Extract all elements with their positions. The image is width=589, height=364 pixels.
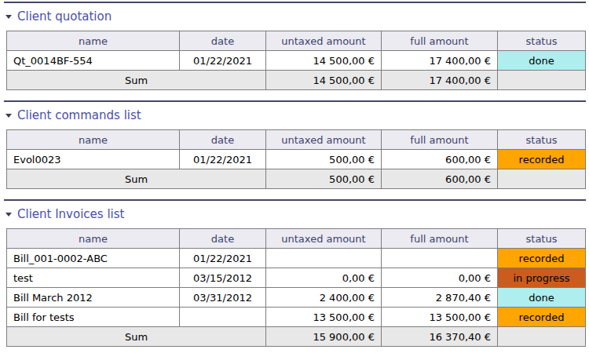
table-row: Bill for tests13 500,00 €13 500,00 €reco… [7, 308, 586, 327]
sum-untaxed-amount: 15 900,00 € [266, 327, 382, 347]
cell-name: Bill_001-0002-ABC [7, 249, 180, 268]
column-header-date: date [180, 31, 266, 51]
cell-date: 01/22/2021 [180, 249, 266, 268]
sum-label: Sum [7, 169, 266, 189]
section-header: Client quotation [5, 9, 586, 24]
header-row: namedateuntaxed amountfull amountstatus [7, 31, 586, 51]
collapse-triangle-icon[interactable] [5, 15, 12, 19]
cell-untaxed-amount [266, 249, 382, 268]
status-badge: in progress [498, 268, 586, 288]
cell-full-amount: 0,00 € [382, 268, 498, 288]
sum-full-amount: 600,00 € [382, 169, 498, 189]
sum-untaxed-amount: 14 500,00 € [266, 71, 382, 90]
collapse-triangle-icon[interactable] [5, 213, 12, 217]
cell-name: Bill March 2012 [7, 288, 180, 308]
cell-date: 01/22/2021 [180, 51, 266, 71]
table-row: Evol002301/22/2021500,00 €600,00 €record… [7, 150, 586, 169]
section-header: Client Invoices list [5, 207, 586, 221]
status-badge: done [498, 288, 586, 308]
status-badge: recorded [498, 150, 586, 169]
sum-full-amount: 17 400,00 € [382, 71, 498, 90]
sum-full-amount: 16 370,40 € [382, 327, 498, 347]
section-client-invoices-list: Client Invoices listnamedateuntaxed amou… [4, 199, 586, 357]
sum-row: Sum14 500,00 €17 400,00 € [7, 71, 586, 90]
sum-untaxed-amount: 500,00 € [266, 169, 382, 189]
sum-status-cell [498, 327, 586, 347]
collapse-triangle-icon[interactable] [5, 114, 12, 118]
column-header-status: status [498, 31, 586, 51]
cell-untaxed-amount: 0,00 € [266, 268, 382, 288]
sum-label: Sum [7, 327, 266, 347]
cell-untaxed-amount: 14 500,00 € [266, 51, 382, 71]
table-row: test03/15/20120,00 €0,00 €in progress [7, 268, 586, 288]
cell-date [180, 308, 266, 327]
sum-row: Sum15 900,00 €16 370,40 € [7, 327, 586, 347]
report-table: namedateuntaxed amountfull amountstatusB… [6, 228, 586, 347]
report-table: namedateuntaxed amountfull amountstatusE… [6, 129, 586, 189]
table-row: Bill March 201203/31/20122 400,00 €2 870… [7, 288, 586, 308]
section-title: Client Invoices list [17, 207, 124, 221]
cell-full-amount: 2 870,40 € [382, 288, 498, 308]
column-header-name: name [7, 130, 180, 150]
section-title: Client quotation [17, 9, 112, 24]
cell-date: 03/31/2012 [180, 288, 266, 308]
cell-date: 01/22/2021 [180, 150, 266, 169]
header-row: namedateuntaxed amountfull amountstatus [7, 229, 586, 249]
column-header-untaxed: untaxed amount [266, 31, 382, 51]
cell-full-amount: 17 400,00 € [382, 51, 498, 71]
column-header-name: name [7, 229, 180, 249]
cell-full-amount: 600,00 € [382, 150, 498, 169]
cell-name: Bill for tests [7, 308, 180, 327]
status-badge: recorded [498, 308, 586, 327]
cell-date: 03/15/2012 [180, 268, 266, 288]
column-header-full: full amount [382, 229, 498, 249]
cell-full-amount: 13 500,00 € [382, 308, 498, 327]
section-title: Client commands list [17, 108, 141, 122]
cell-untaxed-amount: 500,00 € [266, 150, 382, 169]
cell-full-amount [382, 249, 498, 268]
cell-untaxed-amount: 13 500,00 € [266, 308, 382, 327]
column-header-status: status [498, 229, 586, 249]
cell-name: Evol0023 [7, 150, 180, 169]
column-header-full: full amount [382, 31, 498, 51]
column-header-untaxed: untaxed amount [266, 130, 382, 150]
status-badge: done [498, 51, 586, 71]
sum-label: Sum [7, 71, 266, 90]
report-table: namedateuntaxed amountfull amountstatusQ… [6, 31, 586, 90]
section-header: Client commands list [5, 108, 586, 122]
column-header-date: date [180, 229, 266, 249]
header-row: namedateuntaxed amountfull amountstatus [7, 130, 586, 150]
sum-status-cell [498, 71, 586, 90]
table-row: Qt_0014BF-55401/22/202114 500,00 €17 400… [7, 51, 586, 71]
status-badge: recorded [498, 249, 586, 268]
cell-untaxed-amount: 2 400,00 € [266, 288, 382, 308]
table-row: Bill_001-0002-ABC01/22/2021recorded [7, 249, 586, 268]
cell-name: Qt_0014BF-554 [7, 51, 180, 71]
column-header-status: status [498, 130, 586, 150]
cell-name: test [7, 268, 180, 288]
report-sections: Client quotationnamedateuntaxed amountfu… [0, 0, 589, 357]
column-header-full: full amount [382, 130, 498, 150]
section-client-commands-list: Client commands listnamedateuntaxed amou… [4, 100, 586, 199]
column-header-untaxed: untaxed amount [266, 229, 382, 249]
column-header-name: name [7, 31, 180, 51]
section-client-quotation: Client quotationnamedateuntaxed amountfu… [4, 2, 586, 100]
sum-status-cell [498, 169, 586, 189]
column-header-date: date [180, 130, 266, 150]
sum-row: Sum500,00 €600,00 € [7, 169, 586, 189]
